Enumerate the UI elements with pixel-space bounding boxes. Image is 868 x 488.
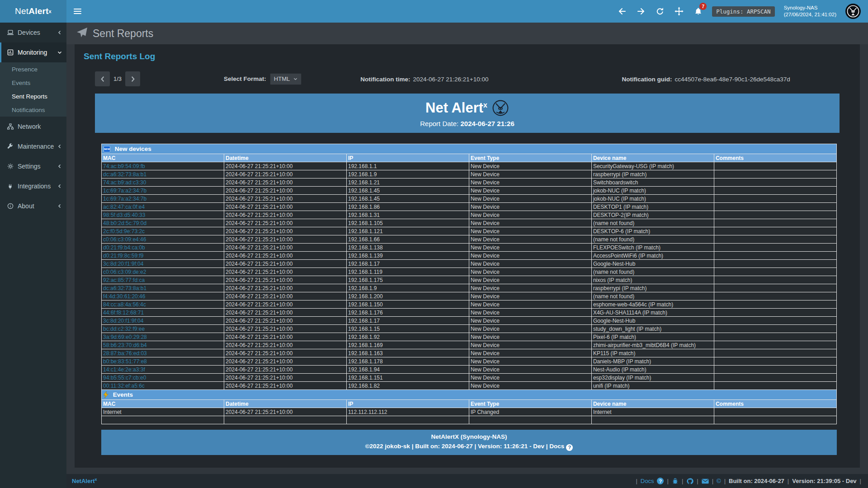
table-cell: 2024-06-27 21:25:21+10:00 <box>224 357 346 366</box>
mac-link[interactable]: 44:6f:f8:12:68:71 <box>103 310 144 316</box>
sidebar-item-sent-reports[interactable]: Sent Reports <box>0 89 66 103</box>
move-icon[interactable] <box>674 6 684 16</box>
mac-link[interactable]: dc:a6:32:73:8a:b1 <box>103 171 146 178</box>
table-cell: SecurityGateway-USG (IP match) <box>591 162 714 170</box>
next-page-button[interactable] <box>125 71 140 86</box>
report-controls: 1/3 Select Format: HTML Notification tim… <box>75 63 860 94</box>
bell-icon[interactable]: 7 <box>693 6 703 16</box>
table-row: 3c:8d:20:f1:9f:042024-06-27 21:25:21+10:… <box>102 317 837 325</box>
table-cell: New Device <box>469 219 591 227</box>
table-row: d0:21:f9:b4:ca:0b2024-06-27 21:25:21+10:… <box>102 244 837 252</box>
table-cell <box>714 284 836 292</box>
table-cell: 192.168.1.200 <box>346 292 469 300</box>
mac-link[interactable]: bc:dd:c2:32:f9:ee <box>103 326 145 332</box>
mac-link[interactable]: 84:cc:a8:4a:56:4c <box>103 301 146 308</box>
table-cell: 192.168.1.45 <box>346 187 469 195</box>
question-icon[interactable]: ? <box>657 478 664 484</box>
notification-guid-value: cc44507e-8ea6-48e7-90c1-26de548ca37d <box>675 76 790 83</box>
mac-link[interactable]: 00:11:32:ef:a5:6c <box>103 383 145 389</box>
sidebar-item-integrations[interactable]: Integrations <box>0 176 66 196</box>
table-cell: 192.168.1.119 <box>346 268 469 276</box>
table-row: c0:06:c3:09:de:e22024-06-27 21:25:21+10:… <box>102 268 837 276</box>
mac-link[interactable]: 14:c1:4e:2e:a3:3f <box>103 366 145 373</box>
table-cell: New Device <box>469 341 591 349</box>
table-cell: AccessPointWiFi6 (IP match) <box>591 252 714 260</box>
column-header: Event Type <box>469 154 591 162</box>
sidebar-item-monitoring[interactable]: Monitoring <box>0 42 66 62</box>
mac-link[interactable]: 58:b6:23:70:d6:b4 <box>103 342 147 348</box>
table-cell: 00:11:32:ef:a5:6c <box>102 382 224 390</box>
table-cell: 2024-06-27 21:25:21+10:00 <box>224 408 346 416</box>
table-row: 98:5f:d3:d5:40:332024-06-27 21:25:21+10:… <box>102 211 837 219</box>
bug-report-icon[interactable] <box>672 478 679 484</box>
table-cell <box>714 382 836 390</box>
mac-link[interactable]: 3c:8d:20:f1:9f:04 <box>103 261 143 267</box>
table-cell: New Device <box>469 292 591 300</box>
table-cell: f4:4d:30:61:20:46 <box>102 292 224 300</box>
mac-link[interactable]: b0:be:83:51:77:e8 <box>103 358 147 365</box>
mac-link[interactable]: 3a:9d:69:e0:29:28 <box>103 334 147 340</box>
table-cell <box>714 276 836 284</box>
table-row: 14:c1:4e:2e:a3:3f2024-06-27 21:25:21+10:… <box>102 366 837 374</box>
table-cell: d0:21:f9:8c:59:f9 <box>102 252 224 260</box>
sidebar-item-presence[interactable]: Presence <box>0 62 66 76</box>
table-cell: 192.168.1.66 <box>346 235 469 244</box>
docs-link[interactable]: Docs <box>641 478 654 484</box>
table-cell: New Device <box>469 276 591 284</box>
sidebar-toggle-icon[interactable] <box>66 0 88 23</box>
mac-link[interactable]: dc:a6:32:73:8a:b1 <box>103 285 146 291</box>
mac-link[interactable]: d0:21:f9:b4:ca:0b <box>103 244 145 251</box>
copyright-icon[interactable]: © <box>717 478 721 484</box>
sidebar-item-devices[interactable]: Devices <box>0 23 66 42</box>
table-cell: New Device <box>469 170 591 178</box>
github-icon[interactable] <box>686 478 693 485</box>
sidebar-item-events[interactable]: Events <box>0 76 66 89</box>
mac-link[interactable]: 28:87:ba:76:ed:03 <box>103 350 147 357</box>
mac-link[interactable]: 74:ac:b9:ad:c3:30 <box>103 179 146 186</box>
table-row: 48:b0:2d:5c:79:0d2024-06-27 21:25:21+10:… <box>102 219 837 227</box>
mac-link[interactable]: c0:06:c3:09:e4:46 <box>103 236 146 243</box>
mac-link[interactable]: f4:4d:30:61:20:46 <box>103 293 145 300</box>
sidebar-item-maintenance[interactable]: Maintenance <box>0 136 66 156</box>
mac-link[interactable]: c0:06:c3:09:de:e2 <box>103 269 146 275</box>
mac-link[interactable]: 1c:69:7a:a2:34:7b <box>103 188 146 194</box>
table-cell: 192.168.1.175 <box>346 276 469 284</box>
table-cell: nixos (IP match) <box>591 276 714 284</box>
mac-link[interactable]: ac:82:47:ca:0f:e4 <box>103 204 145 210</box>
sidebar-item-network[interactable]: Network <box>0 117 66 136</box>
column-header: MAC <box>102 154 224 162</box>
mac-link[interactable]: 98:5f:d3:d5:40:33 <box>103 212 145 218</box>
table-row: 3c:8d:20:f1:9f:042024-06-27 21:25:21+10:… <box>102 260 837 268</box>
table-cell: 192.168.1.17 <box>346 260 469 268</box>
table-cell: 2024-06-27 21:25:21+10:00 <box>224 252 346 260</box>
table-cell: 2024-06-27 21:25:21+10:00 <box>224 300 346 309</box>
table-cell <box>714 366 836 374</box>
table-cell: 74:ac:b9:54:09:fb <box>102 162 224 170</box>
question-icon[interactable]: ? <box>566 444 573 451</box>
mac-link[interactable]: d0:21:f9:8c:59:f9 <box>103 253 143 259</box>
mac-link[interactable]: 3c:8d:20:f1:9f:04 <box>103 318 143 324</box>
footer-brand[interactable]: NetAlertx <box>72 477 97 484</box>
mac-link[interactable]: 92:ac:85:77:fd:ca <box>103 277 145 283</box>
table-cell: bc:dd:c2:32:f9:ee <box>102 325 224 333</box>
user-avatar[interactable] <box>845 4 861 19</box>
content-area: Sent Reports Sent Reports Log 1/3 Select… <box>66 23 868 474</box>
mac-link[interactable]: 1c:69:7a:a2:34:7b <box>103 196 146 202</box>
mac-link[interactable]: 74:ac:b9:54:09:fb <box>103 163 145 169</box>
sidebar-item-notifications[interactable]: Notifications <box>0 103 66 117</box>
sidebar-item-settings[interactable]: Settings <box>0 156 66 176</box>
mac-link[interactable]: 48:b0:2d:5c:79:0d <box>103 220 146 226</box>
sent-reports-box: Sent Reports Log 1/3 Select Format: HTML <box>75 44 860 468</box>
mac-link[interactable]: 94:b5:55:c7:cb:e0 <box>103 375 146 381</box>
refresh-icon[interactable] <box>655 6 665 16</box>
mac-link[interactable]: 2c:f0:5d:9e:73:2c <box>103 228 145 235</box>
prev-page-button[interactable] <box>95 71 110 86</box>
app-logo[interactable]: NetAlertx <box>0 0 66 23</box>
format-select[interactable]: HTML <box>270 73 302 85</box>
forward-arrow-icon[interactable] <box>636 6 646 16</box>
notification-time: Notification time:2024-06-27 21:26:21+10… <box>360 75 488 83</box>
mail-icon[interactable] <box>702 479 709 484</box>
sidebar-item-about[interactable]: About <box>0 196 66 216</box>
back-arrow-icon[interactable] <box>617 6 627 16</box>
table-cell: 2024-06-27 21:25:21+10:00 <box>224 374 346 382</box>
